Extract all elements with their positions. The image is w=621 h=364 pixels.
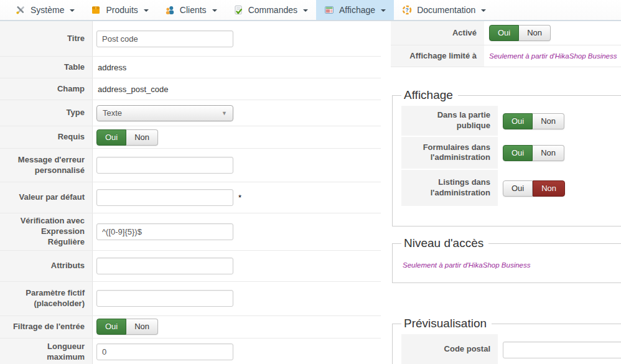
help-icon: ? xyxy=(402,5,412,15)
chevron-down-icon xyxy=(303,9,308,12)
menu-item-clients[interactable]: Clients xyxy=(157,0,225,20)
requis-toggle: Oui Non xyxy=(96,129,158,146)
hikashop-business-link[interactable]: Seulement à partir d'HikaShop Business xyxy=(489,52,617,60)
field-label: Filtrage de l'entrée xyxy=(0,316,93,338)
row-active: Activé Oui Non xyxy=(391,21,621,45)
chevron-down-icon xyxy=(212,9,217,12)
field-label: Dans la partie publique xyxy=(401,106,498,137)
hikashop-business-link[interactable]: Seulement à partir d'HikaShop Business xyxy=(401,254,530,271)
menu-label: Clients xyxy=(180,5,207,15)
type-select[interactable]: Texte ▼ xyxy=(96,105,233,121)
oui-button[interactable]: Oui xyxy=(489,25,519,41)
field-label: Titre xyxy=(0,21,93,56)
row-partie-publique: Dans la partie publique Oui Non xyxy=(401,106,621,137)
non-button[interactable]: Non xyxy=(533,180,565,197)
field-label: Vérification avec Expression Régulière xyxy=(0,213,93,250)
menu-label: Affichage xyxy=(339,5,375,15)
row-titre: Titre xyxy=(0,21,381,57)
field-label: Table xyxy=(0,57,93,78)
niveau-acces-fieldset: Niveau d'accès Seulement à partir d'Hika… xyxy=(392,237,621,283)
display-window-icon xyxy=(324,5,334,15)
chevron-down-icon xyxy=(481,9,486,12)
listings-admin-toggle: Oui Non xyxy=(503,180,565,197)
chevron-down-icon xyxy=(70,9,75,12)
field-label: Activé xyxy=(391,21,484,45)
menu-label: Commandes xyxy=(248,5,297,15)
row-code-postal: Code postal xyxy=(401,334,621,364)
menu-item-produits[interactable]: Produits xyxy=(83,0,156,20)
order-document-icon xyxy=(233,5,243,15)
tools-icon xyxy=(16,5,26,15)
row-requis: Requis Oui Non xyxy=(0,126,381,149)
valeur-defaut-input[interactable] xyxy=(96,189,233,206)
row-placeholder: Paramètre fictif (placeholder) xyxy=(0,282,381,316)
attributs-input[interactable] xyxy=(96,258,233,274)
field-label: Formulaires dans l'administration xyxy=(401,137,498,170)
type-select-value: Texte xyxy=(103,108,122,118)
row-valeur-defaut: Valeur par défaut * xyxy=(0,182,381,213)
field-label: Valeur par défaut xyxy=(0,182,93,213)
select-arrow-icon: ▼ xyxy=(222,110,227,116)
oui-button[interactable]: Oui xyxy=(96,319,126,335)
field-label: Champ xyxy=(0,78,93,100)
niveau-acces-legend: Niveau d'accès xyxy=(401,237,488,250)
message-erreur-input[interactable] xyxy=(96,157,233,174)
row-listings-admin: Listings dans l'administration Oui Non xyxy=(401,170,621,207)
non-button[interactable]: Non xyxy=(126,319,158,335)
oui-button[interactable]: Oui xyxy=(503,180,533,197)
svg-text:?: ? xyxy=(406,7,409,13)
partie-publique-toggle: Oui Non xyxy=(503,113,564,129)
non-button[interactable]: Non xyxy=(533,145,564,161)
champ-value: address_post_code xyxy=(96,85,168,94)
row-longueur-max: Longueur maximum xyxy=(0,338,381,364)
oui-button[interactable]: Oui xyxy=(503,113,533,129)
regex-input[interactable] xyxy=(96,223,233,240)
affichage-fieldset: Affichage Dans la partie publique Oui No… xyxy=(392,89,621,226)
field-label: Longueur maximum xyxy=(0,338,93,364)
table-value: address xyxy=(96,63,126,72)
menu-item-documentation[interactable]: ? Documentation xyxy=(394,0,494,20)
previsualisation-legend: Prévisualisation xyxy=(401,317,492,330)
field-label: Attributs xyxy=(0,251,93,281)
longueur-max-input[interactable] xyxy=(96,343,233,360)
affichage-legend: Affichage xyxy=(401,89,458,102)
oui-button[interactable]: Oui xyxy=(96,129,126,146)
row-affichage-limite: Affichage limité à Seulement à partir d'… xyxy=(391,45,621,67)
field-label: Requis xyxy=(0,126,93,148)
formulaires-admin-toggle: Oui Non xyxy=(503,145,564,161)
non-button[interactable]: Non xyxy=(519,25,551,41)
menu-label: Documentation xyxy=(417,5,475,15)
field-label: Affichage limité à xyxy=(391,45,484,67)
required-asterisk: * xyxy=(238,193,241,202)
row-formulaires-admin: Formulaires dans l'administration Oui No… xyxy=(401,137,621,170)
non-button[interactable]: Non xyxy=(533,113,564,129)
menu-label: Système xyxy=(30,5,64,15)
field-label: Listings dans l'administration xyxy=(401,170,498,207)
row-attributs: Attributs xyxy=(0,251,381,282)
oui-button[interactable]: Oui xyxy=(503,145,533,161)
field-settings-panel: Titre Table address Champ address_post_c… xyxy=(0,21,381,364)
users-icon xyxy=(165,5,175,15)
field-label: Paramètre fictif (placeholder) xyxy=(0,282,93,315)
filtrage-toggle: Oui Non xyxy=(96,319,158,335)
top-menubar: Système Produits Clients Commandes xyxy=(0,0,621,21)
menu-label: Produits xyxy=(106,5,138,15)
menu-item-systeme[interactable]: Système xyxy=(7,0,83,20)
previsualisation-fieldset: Prévisualisation Code postal xyxy=(392,317,621,364)
placeholder-input[interactable] xyxy=(96,290,233,307)
non-button[interactable]: Non xyxy=(126,129,158,146)
row-message-erreur: Message d'erreur personnalisé xyxy=(0,149,381,182)
row-table: Table address xyxy=(0,57,381,78)
titre-input[interactable] xyxy=(96,30,233,47)
menu-item-commandes[interactable]: Commandes xyxy=(225,0,316,20)
row-type: Type Texte ▼ xyxy=(0,100,381,126)
field-label: Message d'erreur personnalisé xyxy=(0,149,93,182)
chevron-down-icon xyxy=(144,9,149,12)
field-label: Code postal xyxy=(401,334,498,364)
product-box-icon xyxy=(91,5,101,15)
field-label: Type xyxy=(0,100,93,126)
publication-panel: Activé Oui Non Affichage limité à Seulem… xyxy=(391,21,621,364)
code-postal-input[interactable] xyxy=(503,342,621,358)
menu-item-affichage[interactable]: Affichage xyxy=(316,0,394,20)
chevron-down-icon xyxy=(381,9,386,12)
